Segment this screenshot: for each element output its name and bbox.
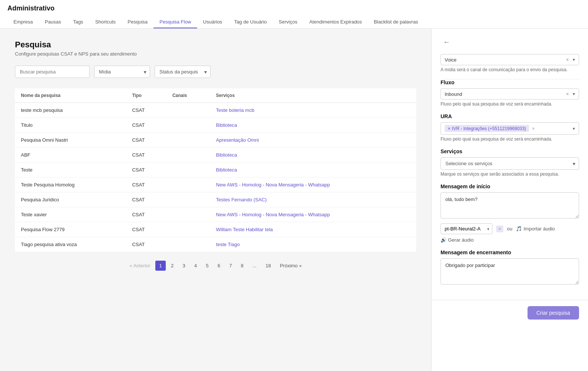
table-row[interactable]: Teste xavierCSATNew AWS - Homolog - Nova… [15, 207, 416, 222]
table-row[interactable]: Pesquisa Omni NastriCSATApresentação Omn… [15, 133, 416, 148]
media-value: Voice [445, 57, 566, 63]
table-header: Nome da pesquisaTipoCanaisServiços [15, 88, 416, 103]
row-name: Tiago pesquisa ativa voza [15, 237, 126, 252]
nav-tab-pesquisa-flow[interactable]: Pesquisa Flow [153, 16, 197, 28]
nav-tab-pesquisa[interactable]: Pesquisa [122, 16, 153, 28]
search-input[interactable] [15, 66, 90, 78]
page-button-1[interactable]: 1 [155, 261, 165, 271]
row-type: CSAT [126, 222, 167, 237]
mensagem-encerramento-label: Mensagem de encerramento [441, 249, 579, 255]
page-button-5[interactable]: 5 [202, 261, 212, 271]
servicos-label: Serviços [441, 148, 579, 154]
mensagem-inicio-form-group: Mensagem de início olá, tudo bem? pt-BR-… [441, 183, 579, 243]
fluxo-close-icon[interactable]: × [566, 91, 569, 97]
table-row[interactable]: ABFCSATBiblioteca [15, 148, 416, 163]
page-button-3[interactable]: 3 [179, 261, 189, 271]
page-button-...[interactable]: ... [249, 261, 260, 271]
row-type: CSAT [126, 133, 167, 148]
ura-label: URA [441, 113, 579, 119]
fluxo-tag-select[interactable]: Inbound × ▾ [441, 88, 579, 100]
row-type: CSAT [126, 207, 167, 222]
page-button-18[interactable]: 18 [262, 261, 274, 271]
table-body: teste mcb pesquisaCSATTeste boteria mcbT… [15, 103, 416, 252]
create-button[interactable]: Criar pesquisa [528, 306, 579, 320]
mensagem-encerramento-textarea[interactable]: Obrigado por participar [441, 258, 579, 284]
row-services: New AWS - Homolog - Nova Mensageria - Wh… [210, 177, 416, 192]
service-link[interactable]: Apresentação Omni [216, 137, 259, 143]
service-link[interactable]: New AWS - Homolog - Nova Mensageria - Wh… [216, 212, 330, 217]
fluxo-hint: Fluxo pelo qual sua pesquisa de voz será… [441, 101, 579, 107]
service-link[interactable]: Biblioteca [216, 152, 237, 158]
page-button-4[interactable]: 4 [190, 261, 200, 271]
row-type: CSAT [126, 148, 167, 163]
servicos-select[interactable]: Selecione os serviços [441, 157, 579, 170]
table-row[interactable]: Tiago pesquisa ativa vozaCSATteste Tiago [15, 237, 416, 252]
ura-chip-close-icon[interactable]: × [448, 126, 451, 131]
fluxo-label: Fluxo [441, 79, 579, 85]
nav-tab-tag-usuario[interactable]: Tag de Usuário [228, 16, 273, 28]
status-select[interactable]: Status da pesquisa [155, 66, 211, 78]
ura-form-group: URA × IVR - Integrações (+5511219969033)… [441, 113, 579, 142]
nav-tab-servicos[interactable]: Serviços [273, 16, 304, 28]
row-services: Biblioteca [210, 163, 416, 177]
voice-select-wrap: pt-BR-Neural2-A [441, 223, 492, 234]
table-col-canais: Canais [167, 88, 210, 103]
table-col-tipo: Tipo [126, 88, 167, 103]
right-panel-inner: ← Voice × ▾ A mídia será o canal de comu… [432, 29, 588, 300]
back-button[interactable]: ← [441, 36, 452, 48]
ura-tag-field[interactable]: × IVR - Integrações (+5511219969033) × ▾ [441, 122, 579, 135]
table-row[interactable]: Pesquisa JuridicoCSATTestes Fernando (SA… [15, 192, 416, 207]
row-services: Teste boteria mcb [210, 103, 416, 118]
next-page-button[interactable]: Próximo » [276, 261, 306, 271]
nav-tab-atendimentos-expirados[interactable]: Atendimentos Expirados [303, 16, 368, 28]
media-tag-select[interactable]: Voice × ▾ [441, 54, 579, 65]
nav-tab-blacklist[interactable]: Blacklist de palavras [368, 16, 424, 28]
service-link[interactable]: Biblioteca [216, 167, 237, 173]
voice-remove-icon[interactable]: × [496, 226, 503, 232]
service-link[interactable]: Biblioteca [216, 122, 237, 128]
row-channels [167, 192, 210, 207]
row-name: Pesquisa Omni Nastri [15, 133, 126, 148]
row-services: Biblioteca [210, 118, 416, 133]
row-services: New AWS - Homolog - Nova Mensageria - Wh… [210, 207, 416, 222]
nav-tab-usuarios[interactable]: Usuários [197, 16, 228, 28]
row-name: ABF [15, 148, 126, 163]
import-audio-button[interactable]: 🎵 Importar áudio [516, 226, 555, 232]
row-name: Teste xavier [15, 207, 126, 222]
service-link[interactable]: Testes Fernando (SAC) [216, 197, 267, 202]
nav-tab-tags[interactable]: Tags [67, 16, 89, 28]
table-row[interactable]: TesteCSATBiblioteca [15, 163, 416, 177]
page-button-7[interactable]: 7 [225, 261, 236, 271]
mensagem-inicio-textarea[interactable]: olá, tudo bem? [441, 192, 579, 218]
service-link[interactable]: New AWS - Homolog - Nova Mensageria - Wh… [216, 182, 330, 188]
generate-audio-button[interactable]: 🔊 Gerar áudio [441, 237, 579, 243]
page-button-6[interactable]: 6 [214, 261, 224, 271]
nav-tab-empresa[interactable]: Empresa [7, 16, 39, 28]
row-name: teste mcb pesquisa [15, 103, 126, 118]
nav-tab-shortcuts[interactable]: Shortcuts [89, 16, 122, 28]
row-channels [167, 148, 210, 163]
service-link[interactable]: William Teste Habilitar tela [216, 227, 273, 232]
table-row[interactable]: Pesquisa Flow 2779CSATWilliam Teste Habi… [15, 222, 416, 237]
media-select[interactable]: Mídia [94, 66, 150, 78]
prev-page-button[interactable]: « Anterior [126, 261, 154, 271]
page-button-2[interactable]: 2 [167, 261, 177, 271]
ura-chip: × IVR - Integrações (+5511219969033) [445, 125, 529, 132]
table-row[interactable]: TituloCSATBiblioteca [15, 118, 416, 133]
main-layout: Pesquisa Configure pesquisas CSAT e NPS … [0, 29, 588, 371]
media-close-icon[interactable]: × [566, 57, 569, 63]
service-link[interactable]: Teste boteria mcb [216, 107, 255, 113]
table-row[interactable]: Teste Pesquisa HomologCSATNew AWS - Homo… [15, 177, 416, 192]
ura-clear-icon[interactable]: × [532, 126, 535, 131]
media-hint: A mídia será o canal de comunicação para… [441, 67, 579, 72]
row-type: CSAT [126, 118, 167, 133]
row-type: CSAT [126, 163, 167, 177]
voice-select[interactable]: pt-BR-Neural2-A [441, 223, 492, 234]
table-row[interactable]: teste mcb pesquisaCSATTeste boteria mcb [15, 103, 416, 118]
row-type: CSAT [126, 192, 167, 207]
page-button-8[interactable]: 8 [237, 261, 247, 271]
service-link[interactable]: teste Tiago [216, 242, 240, 247]
page-title: Pesquisa [15, 40, 416, 50]
nav-tab-pausas[interactable]: Pausas [39, 16, 67, 28]
servicos-hint: Marque os serviços que serão associados … [441, 172, 579, 177]
